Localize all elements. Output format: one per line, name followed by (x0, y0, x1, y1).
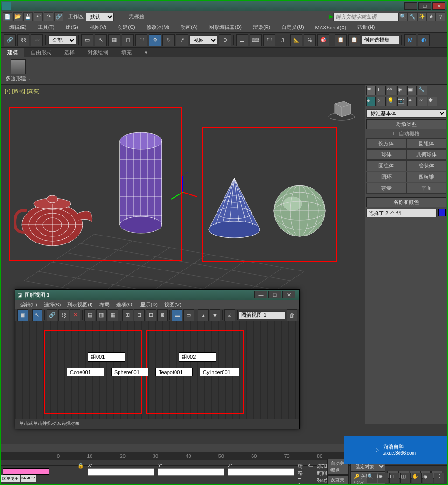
menu-animation[interactable]: 动画(A) (176, 24, 203, 31)
tab-freeform[interactable]: 自由形式 (24, 48, 58, 57)
select-tool-icon[interactable]: ▭ (81, 34, 93, 46)
utility-tab-icon[interactable]: 🔧 (418, 86, 427, 95)
btn-teapot[interactable]: 茶壶 (366, 183, 406, 194)
node-teapot[interactable]: Teapot001 (155, 368, 193, 376)
snap-angle-icon[interactable]: 📐 (290, 34, 302, 46)
geometry-icon[interactable]: ● (366, 97, 376, 106)
setkey-button[interactable]: 设置关键点 (327, 475, 349, 485)
select-rect-icon[interactable]: ◻ (122, 34, 134, 46)
primitive-category[interactable]: 标准基本体 (366, 109, 446, 118)
ribbon-minimize-icon[interactable]: ▾ (138, 48, 154, 57)
btn-cone[interactable]: 圆锥体 (406, 138, 446, 149)
tab-modeling[interactable]: 建模 (1, 48, 24, 57)
motion-tab-icon[interactable]: ◉ (397, 86, 406, 95)
pivot-icon[interactable]: ⊕ (219, 34, 231, 46)
node-sphere[interactable]: Sphere001 (111, 368, 148, 376)
sch-arr2-icon[interactable]: ▥ (96, 309, 107, 321)
bind-tool-icon[interactable]: 〰 (31, 34, 43, 46)
star-icon[interactable]: ★ (427, 12, 436, 21)
tab-selection[interactable]: 选择 (58, 48, 81, 57)
menu-help[interactable]: 帮助(H) (353, 24, 379, 31)
btn-geosphere[interactable]: 几何球体 (406, 149, 446, 160)
sch-select-icon[interactable]: ↖ (32, 309, 43, 321)
sch-down-icon[interactable]: ▼ (210, 309, 220, 321)
selection-set-input[interactable] (362, 36, 399, 44)
fov-icon[interactable]: ◫ (400, 473, 411, 483)
btn-tube[interactable]: 管状体 (406, 160, 446, 171)
cursor-tool-icon[interactable]: ↖ (95, 34, 107, 46)
play-icon[interactable]: ▶ (329, 14, 333, 20)
sch-link-icon[interactable]: 🔗 (47, 309, 57, 321)
keyboard-icon[interactable]: ⌨ (250, 34, 262, 46)
snap-icon[interactable]: ⬚ (263, 34, 275, 46)
sch-col2-icon[interactable]: ▭ (183, 309, 194, 321)
menu-render[interactable]: 渲染(R) (248, 24, 275, 31)
hierarchy-tab-icon[interactable]: ⚯ (387, 86, 396, 95)
manipulate-icon[interactable]: ☰ (236, 34, 248, 46)
close-button[interactable]: ✕ (432, 2, 445, 10)
object-name-input[interactable] (366, 209, 437, 217)
zoom-icon[interactable]: 🔍 (367, 473, 377, 483)
sch-menu-options[interactable]: 选项(O) (113, 301, 137, 308)
x-input[interactable] (88, 468, 154, 476)
sch-minimize[interactable]: — (254, 291, 267, 298)
node-cone[interactable]: Cone001 (67, 368, 104, 376)
spacewarps-icon[interactable]: 〰 (418, 97, 427, 106)
menu-maxscript[interactable]: MAXScript(X) (311, 25, 351, 30)
tab-populate[interactable]: 填充 (115, 48, 138, 57)
systems-icon[interactable]: ✱ (428, 97, 437, 106)
unlink-tool-icon[interactable]: ⛓ (17, 34, 29, 46)
open-file-icon[interactable]: 📂 (13, 12, 22, 21)
sch-menu-listview[interactable]: 列表视图(I) (64, 301, 95, 308)
zoom-all-icon[interactable]: ⊕ (378, 473, 388, 483)
link-tool-icon[interactable]: 🔗 (4, 34, 16, 46)
sch-col1-icon[interactable]: ▬ (172, 309, 182, 321)
sch-del-view-icon[interactable]: 🗑 (287, 309, 297, 321)
z-input[interactable] (228, 468, 294, 476)
zoom-ext-icon[interactable]: ⊡ (389, 473, 399, 483)
timemark-label[interactable]: 添加时间标记 (317, 463, 327, 485)
sch-arr3-icon[interactable]: ▦ (108, 309, 119, 321)
menu-group[interactable]: 组(G) (61, 24, 83, 31)
sch-menu-view[interactable]: 视图(V) (161, 301, 184, 308)
menu-customize[interactable]: 自定义(U) (277, 24, 308, 31)
named-sel2-icon[interactable]: 📋 (348, 34, 360, 46)
help-icon[interactable]: ? (436, 12, 445, 21)
sch-menu-select[interactable]: 选择(S) (41, 301, 64, 308)
display-tab-icon[interactable]: ▣ (407, 86, 417, 95)
refcoord-select[interactable]: 视图 (189, 35, 217, 45)
sch-ex2-icon[interactable]: ⊟ (134, 309, 145, 321)
menu-grapheditor[interactable]: 图形编辑器(D) (204, 24, 246, 31)
modify-tab-icon[interactable]: ◗ (377, 86, 386, 95)
tool2-icon[interactable]: ✨ (417, 12, 427, 21)
cameras-icon[interactable]: 📷 (397, 97, 406, 106)
snap-3-icon[interactable]: 3 (277, 34, 289, 46)
btn-cylinder[interactable]: 圆柱体 (366, 160, 406, 171)
menu-view[interactable]: 视图(V) (85, 24, 112, 31)
snap-spinner-icon[interactable]: 🎯 (317, 34, 329, 46)
schematic-titlebar[interactable]: ◪ 图解视图 1 — □ ✕ (15, 290, 299, 300)
sch-unlink-icon[interactable]: ⛓ (58, 309, 69, 321)
tab-objectpaint[interactable]: 对象绘制 (81, 48, 115, 57)
select-window-icon[interactable]: ⬚ (135, 34, 147, 46)
maximize-vp-icon[interactable]: ⛶ (434, 473, 444, 483)
selection-filter[interactable]: 全部 (48, 35, 76, 45)
shapes-icon[interactable]: ○ (377, 97, 386, 106)
named-sel-icon[interactable]: 📋 (335, 34, 347, 46)
btn-sphere[interactable]: 球体 (366, 149, 406, 160)
select-name-icon[interactable]: ▦ (108, 34, 120, 46)
sch-up-icon[interactable]: ▲ (198, 309, 209, 321)
color-swatch[interactable] (438, 209, 446, 216)
pan-icon[interactable]: ✋ (412, 473, 422, 483)
node-cylinder[interactable]: Cylinder001 (200, 368, 239, 376)
lights-icon[interactable]: 💡 (387, 97, 396, 106)
lock-icon[interactable]: 🔒 (77, 463, 84, 485)
btn-pyramid[interactable]: 四棱锥 (406, 172, 446, 182)
orbit-icon[interactable]: ◉ (423, 473, 433, 483)
menu-edit[interactable]: 编辑(E) (5, 24, 31, 31)
btn-plane[interactable]: 平面 (406, 183, 446, 194)
redo-icon[interactable]: ↷ (44, 12, 53, 21)
maximize-button[interactable]: □ (418, 2, 431, 10)
move-tool-icon[interactable]: ✥ (149, 34, 161, 46)
viewcube[interactable] (328, 94, 356, 122)
